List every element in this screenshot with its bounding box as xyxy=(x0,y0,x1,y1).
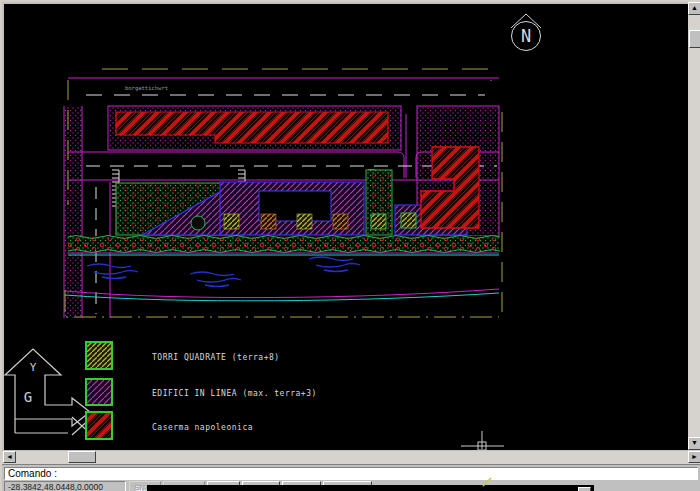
command-input[interactable]: Comando : xyxy=(4,467,698,480)
crosshair-cursor xyxy=(461,431,504,450)
tree-row xyxy=(68,236,500,256)
north-letter: N xyxy=(521,26,531,46)
legend-swatch-edifici-in-linea xyxy=(86,379,112,405)
vertical-scrollbar[interactable]: ▲ ▼ xyxy=(688,2,700,451)
legend-label: Caserma napoleonica xyxy=(152,423,253,432)
legend: TORRI QUADRATE (terra+8) EDIFICI IN LINE… xyxy=(86,342,317,439)
overlapping-window-button[interactable] xyxy=(578,487,591,491)
south-road xyxy=(65,290,499,317)
ucs-g-label: G xyxy=(24,389,32,405)
north-symbol: N xyxy=(511,14,541,51)
street-label: borgattichwrt xyxy=(125,85,168,92)
ucs-y-label: Y xyxy=(30,361,37,374)
right-arrow-icon: ► xyxy=(691,453,698,460)
coordinate-display: -28.3842,48.0448,0.0000 xyxy=(4,481,126,491)
legend-label: EDIFICI IN LINEA (max. terra+3) xyxy=(152,389,317,398)
down-arrow-icon: ▼ xyxy=(691,439,698,446)
horizontal-scrollbar[interactable]: ◄ ► xyxy=(2,451,700,464)
up-arrow-icon: ▲ xyxy=(691,4,698,11)
horizontal-scroll-thumb[interactable] xyxy=(68,451,96,463)
legend-swatch-torri-quadrate xyxy=(86,342,112,369)
scroll-up-button[interactable]: ▲ xyxy=(688,2,700,15)
vertical-scroll-thumb[interactable] xyxy=(689,30,700,48)
overlapping-window-edge xyxy=(147,485,594,491)
legend-label: TORRI QUADRATE (terra+8) xyxy=(152,353,280,362)
river-south-bank xyxy=(65,289,499,301)
left-arrow-icon: ◄ xyxy=(6,453,13,460)
pencil-cursor-icon xyxy=(482,477,494,487)
command-bar: Comando : xyxy=(2,464,700,481)
drawing-canvas[interactable]: borgattichwrt xyxy=(4,4,688,450)
command-prompt: Comando : xyxy=(8,468,57,479)
scroll-left-button[interactable]: ◄ xyxy=(3,451,16,463)
river xyxy=(87,257,360,287)
cad-application-window: borgattichwrt xyxy=(0,0,700,491)
site-plan: borgattichwrt xyxy=(4,4,688,450)
scroll-right-button[interactable]: ► xyxy=(688,451,700,463)
scroll-down-button[interactable]: ▼ xyxy=(688,437,700,450)
